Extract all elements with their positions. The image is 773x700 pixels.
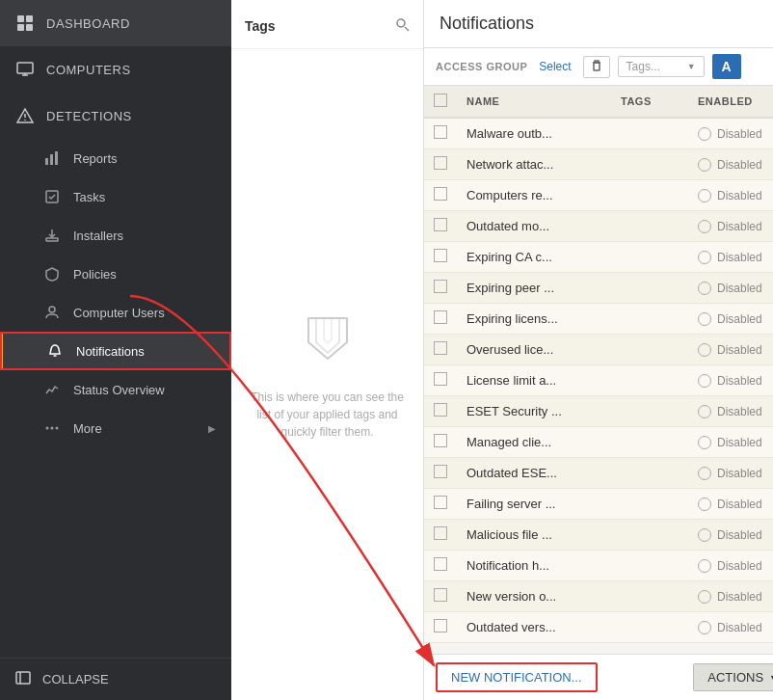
row-name-15[interactable]: New version o... bbox=[457, 581, 611, 612]
svg-rect-12 bbox=[55, 151, 58, 165]
sidebar-item-more[interactable]: More ▶ bbox=[0, 409, 231, 447]
enabled-radio-6[interactable] bbox=[698, 312, 711, 326]
row-name-16[interactable]: Outdated vers... bbox=[457, 612, 611, 643]
svg-rect-28 bbox=[594, 63, 600, 70]
collapse-button[interactable]: COLLAPSE bbox=[0, 659, 231, 700]
row-checkbox-10[interactable] bbox=[434, 434, 447, 447]
row-name-1[interactable]: Network attac... bbox=[457, 149, 611, 180]
enabled-radio-8[interactable] bbox=[698, 374, 711, 388]
enabled-radio-7[interactable] bbox=[698, 343, 711, 357]
row-name-8[interactable]: License limit a... bbox=[457, 365, 611, 396]
row-checkbox-1[interactable] bbox=[434, 156, 447, 170]
enabled-label-15: Disabled bbox=[717, 590, 762, 604]
main-header: Notifications bbox=[424, 0, 773, 48]
row-name-4[interactable]: Expiring CA c... bbox=[457, 242, 611, 273]
sidebar-item-policies[interactable]: Policies bbox=[0, 255, 231, 293]
row-checkbox-6[interactable] bbox=[434, 310, 447, 324]
svg-line-24 bbox=[405, 27, 409, 31]
sidebar-item-notifications[interactable]: Notifications bbox=[0, 332, 231, 370]
row-name-3[interactable]: Outdated mo... bbox=[457, 211, 611, 242]
row-checkbox-cell bbox=[424, 551, 457, 581]
row-name-9[interactable]: ESET Security ... bbox=[457, 396, 611, 427]
enabled-radio-1[interactable] bbox=[698, 158, 711, 172]
trash-button[interactable] bbox=[583, 56, 610, 78]
row-name-5[interactable]: Expiring peer ... bbox=[457, 273, 611, 304]
sidebar-item-computers[interactable]: COMPUTERS bbox=[0, 46, 231, 93]
enabled-radio-11[interactable] bbox=[698, 467, 711, 480]
row-checkbox-16[interactable] bbox=[434, 619, 447, 633]
svg-point-23 bbox=[397, 19, 405, 27]
svg-rect-4 bbox=[17, 63, 33, 73]
enabled-radio-14[interactable] bbox=[698, 559, 711, 573]
row-name-0[interactable]: Malware outb... bbox=[457, 118, 611, 149]
add-button[interactable]: A bbox=[712, 54, 741, 79]
row-checkbox-13[interactable] bbox=[434, 526, 447, 540]
row-checkbox-4[interactable] bbox=[434, 249, 447, 262]
row-checkbox-0[interactable] bbox=[434, 125, 447, 139]
row-checkbox-7[interactable] bbox=[434, 341, 447, 355]
tasks-icon bbox=[42, 187, 62, 206]
sidebar-item-status-overview[interactable]: Status Overview bbox=[0, 370, 231, 409]
new-notification-button[interactable]: NEW NOTIFICATION... bbox=[436, 662, 598, 692]
row-checkbox-9[interactable] bbox=[434, 403, 447, 417]
select-button[interactable]: Select bbox=[535, 58, 574, 75]
enabled-radio-13[interactable] bbox=[698, 528, 711, 542]
tags-search-icon[interactable] bbox=[395, 17, 410, 35]
row-tags-2 bbox=[611, 180, 688, 211]
warning-icon bbox=[15, 106, 35, 125]
row-name-12[interactable]: Failing server ... bbox=[457, 489, 611, 520]
row-name-14[interactable]: Notification h... bbox=[457, 551, 611, 581]
enabled-radio-2[interactable] bbox=[698, 189, 711, 202]
row-name-7[interactable]: Overused lice... bbox=[457, 335, 611, 365]
row-enabled-9: Disabled bbox=[688, 396, 773, 427]
enabled-radio-16[interactable] bbox=[698, 621, 711, 634]
row-name-10[interactable]: Managed clie... bbox=[457, 427, 611, 458]
row-name-2[interactable]: Computers re... bbox=[457, 180, 611, 211]
enabled-label-12: Disabled bbox=[717, 498, 762, 511]
sidebar-item-dashboard[interactable]: DASHBOARD bbox=[0, 0, 231, 46]
enabled-radio-12[interactable] bbox=[698, 498, 711, 511]
actions-button[interactable]: ACTIONS ▼ bbox=[693, 663, 773, 691]
row-checkbox-12[interactable] bbox=[434, 496, 447, 509]
table-row: Expiring licens... Disabled bbox=[424, 304, 773, 335]
row-enabled-3: Disabled bbox=[688, 211, 773, 242]
status-icon bbox=[42, 380, 62, 399]
row-checkbox-8[interactable] bbox=[434, 372, 447, 386]
table-row: Outdated ESE... Disabled bbox=[424, 458, 773, 489]
row-name-13[interactable]: Malicious file ... bbox=[457, 520, 611, 551]
row-checkbox-3[interactable] bbox=[434, 218, 447, 231]
table-row: Malicious file ... Disabled bbox=[424, 520, 773, 551]
enabled-radio-3[interactable] bbox=[698, 220, 711, 233]
sidebar-item-installers[interactable]: Installers bbox=[0, 216, 231, 255]
monitor-icon bbox=[15, 60, 35, 79]
chevron-down-icon: ▼ bbox=[687, 62, 696, 71]
sidebar-item-detections[interactable]: DETECTIONS bbox=[0, 93, 231, 139]
row-checkbox-15[interactable] bbox=[434, 588, 447, 602]
installers-icon bbox=[42, 226, 62, 245]
tags-dropdown[interactable]: Tags... ▼ bbox=[618, 56, 705, 77]
row-name-6[interactable]: Expiring licens... bbox=[457, 304, 611, 335]
enabled-label-14: Disabled bbox=[717, 559, 762, 573]
row-checkbox-5[interactable] bbox=[434, 280, 447, 293]
sidebar-item-tasks[interactable]: Tasks bbox=[0, 177, 231, 216]
enabled-radio-0[interactable] bbox=[698, 127, 711, 141]
enabled-radio-10[interactable] bbox=[698, 436, 711, 449]
row-checkbox-2[interactable] bbox=[434, 187, 447, 201]
row-checkbox-14[interactable] bbox=[434, 557, 447, 571]
sidebar-item-reports[interactable]: Reports bbox=[0, 139, 231, 177]
row-checkbox-11[interactable] bbox=[434, 465, 447, 478]
table-row: Outdated vers... Disabled bbox=[424, 612, 773, 643]
select-all-checkbox[interactable] bbox=[434, 94, 447, 107]
tags-dropdown-placeholder: Tags... bbox=[626, 60, 660, 73]
enabled-radio-4[interactable] bbox=[698, 251, 711, 264]
enabled-radio-9[interactable] bbox=[698, 405, 711, 418]
barchart-icon bbox=[42, 148, 62, 168]
access-group-label: ACCESS GROUP bbox=[436, 61, 527, 72]
sidebar-item-computer-users[interactable]: Computer Users bbox=[0, 293, 231, 332]
policies-icon bbox=[42, 264, 62, 283]
row-tags-13 bbox=[611, 520, 688, 551]
row-enabled-13: Disabled bbox=[688, 520, 773, 551]
enabled-radio-5[interactable] bbox=[698, 282, 711, 295]
row-name-11[interactable]: Outdated ESE... bbox=[457, 458, 611, 489]
enabled-radio-15[interactable] bbox=[698, 590, 711, 604]
